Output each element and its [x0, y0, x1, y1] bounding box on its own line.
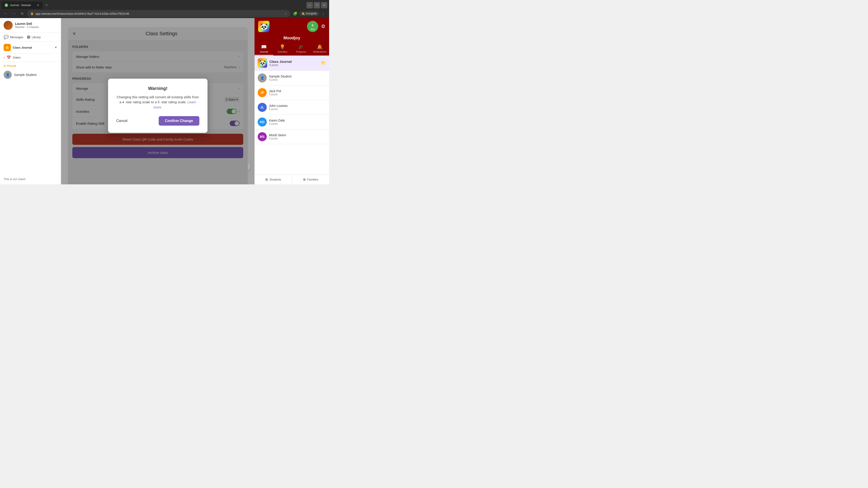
student-avatar-ss: 👤: [258, 73, 267, 83]
user-avatar: [4, 21, 13, 30]
progress-tab[interactable]: 🎓 Progress: [292, 42, 311, 55]
url-bar[interactable]: 🔒 app.seesaw.me/#/class/class.e01bf4c2-9…: [27, 10, 290, 17]
calendar-icon: 📅: [6, 55, 11, 60]
reload-btn[interactable]: ↻: [19, 10, 25, 17]
add-families-label: Families: [307, 178, 318, 181]
pinned-label: ★ Pinned: [4, 64, 57, 68]
student-name: Sample Student: [14, 73, 37, 76]
warning-body: Changing this setting will convert all e…: [116, 95, 199, 110]
add-links: ⊕ Students ⊕ Families: [254, 174, 329, 184]
add-btn[interactable]: + Add: [307, 21, 318, 32]
student-info-4: Mordi Seem 4 posts: [269, 133, 326, 140]
app-name: Moodjoy: [254, 35, 329, 42]
security-icon: 🔒: [30, 12, 34, 15]
student-name-3: Karen Dale: [269, 119, 326, 122]
folder-icon: 📁: [321, 61, 326, 66]
journal-tab-label: Journal: [260, 51, 268, 53]
class-journal-item[interactable]: 🐼 Class Journal 8 posts 📁: [254, 56, 329, 71]
user-info: Lauren Deli Teacher - 2 Classes: [15, 22, 57, 29]
confirm-change-btn[interactable]: Confirm Change: [159, 116, 199, 126]
students-list: 🐼 Class Journal 8 posts 📁 👤 Sample Stude…: [254, 56, 329, 174]
journal-tab[interactable]: 📖 Journal: [254, 42, 273, 55]
class-icon: ⭐: [4, 44, 11, 51]
add-families-icon: ⊕: [303, 177, 306, 182]
student-avatar-ms: MS: [258, 132, 267, 141]
main-content: 🔗 ✕ Class Settings FOLDERS Manage folder…: [61, 18, 254, 184]
extensions-icon[interactable]: 🧩: [292, 10, 298, 17]
warning-actions: Cancel Confirm Change: [116, 116, 199, 126]
notifications-tab[interactable]: 🔔 Notifications: [311, 42, 329, 55]
pin-star-icon: ★: [4, 64, 6, 68]
student-avatar-jp: JP: [258, 88, 267, 97]
student-info-1: Jack Pot 6 posts: [269, 89, 326, 96]
class-description: This is our class!: [0, 174, 61, 184]
student-list-item-1[interactable]: JP Jack Pot 6 posts: [254, 86, 329, 100]
class-journal-logo: 🐼: [258, 58, 267, 68]
right-sidebar-header: 🐼 + Add ⚙: [254, 18, 329, 35]
class-selector[interactable]: ⭐ Class Journal ▼: [0, 41, 61, 54]
close-btn[interactable]: ✕: [321, 2, 327, 8]
restore-btn[interactable]: ❐: [314, 2, 320, 8]
notifications-tab-label: Notifications: [313, 51, 327, 53]
prev-date-btn[interactable]: ‹: [4, 56, 5, 60]
forward-btn[interactable]: →: [11, 10, 17, 17]
student-list-item-4[interactable]: MS Mordi Seem 4 posts: [254, 129, 329, 144]
pinned-section: ★ Pinned: [0, 62, 61, 68]
class-name: Class Journal: [13, 46, 53, 49]
student-list-item[interactable]: 👤 Sample Student 8 posts: [254, 71, 329, 86]
class-journal-info: Class Journal 8 posts: [270, 60, 319, 67]
add-label: Add: [311, 28, 315, 31]
student-list-item-2[interactable]: JL John Louises 5 posts: [254, 100, 329, 115]
app-logo: 🐼: [258, 21, 270, 32]
pinned-student-item[interactable]: 👤 Sample Student: [0, 68, 61, 81]
new-tab-btn[interactable]: +: [43, 2, 50, 8]
menu-icon[interactable]: ⋮: [320, 10, 327, 17]
activities-icon: 💡: [280, 44, 285, 50]
tab-close-btn[interactable]: ✕: [36, 3, 40, 7]
student-list-item-3[interactable]: KD Karen Dale 4 posts: [254, 115, 329, 129]
progress-icon: 🎓: [298, 44, 304, 50]
class-journal-posts: 8 posts: [270, 64, 319, 67]
messages-tab[interactable]: 💬 Messages: [4, 35, 23, 39]
plus-icon: +: [311, 23, 314, 28]
add-students-icon: ⊕: [265, 177, 268, 182]
activities-tab-label: Activities: [278, 51, 287, 53]
student-avatar-jl: JL: [258, 103, 267, 112]
add-families-link[interactable]: ⊕ Families: [292, 175, 329, 184]
student-posts-4: 4 posts: [269, 137, 326, 140]
url-text: app.seesaw.me/#/class/class.e01bf4c2-9a2…: [35, 12, 282, 15]
warning-dialog-overlay: Warning! Changing this setting will conv…: [68, 27, 248, 184]
minimize-btn[interactable]: ─: [307, 2, 313, 8]
user-role: Teacher - 2 Classes: [15, 26, 57, 29]
active-tab[interactable]: S Journal - Seesaw ✕: [2, 2, 42, 9]
bookmark-icon: ☆: [284, 12, 287, 15]
class-journal-name: Class Journal: [270, 60, 319, 64]
warning-title: Warning!: [116, 86, 199, 91]
student-posts-1: 6 posts: [269, 93, 326, 96]
date-label: Dates: [13, 56, 21, 59]
student-info-0: Sample Student 8 posts: [269, 74, 326, 81]
user-header: Lauren Deli Teacher - 2 Classes: [0, 18, 61, 33]
date-nav: ‹ 📅 Dates: [0, 54, 61, 62]
student-posts-0: 8 posts: [269, 78, 326, 81]
gear-icon[interactable]: ⚙: [321, 24, 326, 29]
back-btn[interactable]: ←: [3, 10, 9, 17]
add-students-link[interactable]: ⊕ Students: [254, 175, 292, 184]
right-sidebar: 🐼 + Add ⚙ Moodjoy 📖 Journal 💡 Activities…: [254, 18, 329, 184]
tab-favicon: S: [4, 3, 8, 7]
settings-modal: ✕ Class Settings FOLDERS Manage folders …: [68, 27, 248, 184]
student-posts-3: 4 posts: [269, 122, 326, 125]
library-tab[interactable]: ⊞ Library: [27, 35, 41, 39]
warning-dialog: Warning! Changing this setting will conv…: [108, 78, 208, 133]
notifications-icon: 🔔: [317, 44, 322, 50]
progress-tab-label: Progress: [296, 51, 306, 53]
student-name-1: Jack Pot: [269, 89, 326, 93]
left-sidebar: Lauren Deli Teacher - 2 Classes 💬 Messag…: [0, 18, 61, 184]
activities-tab[interactable]: 💡 Activities: [273, 42, 292, 55]
incognito-indicator: 🕵 Incognito: [299, 11, 319, 16]
student-name-4: Mordi Seem: [269, 133, 326, 137]
cancel-btn[interactable]: Cancel: [116, 119, 127, 123]
add-students-label: Students: [270, 178, 281, 181]
student-posts-2: 5 posts: [269, 107, 326, 111]
journal-icon: 📖: [261, 44, 267, 50]
